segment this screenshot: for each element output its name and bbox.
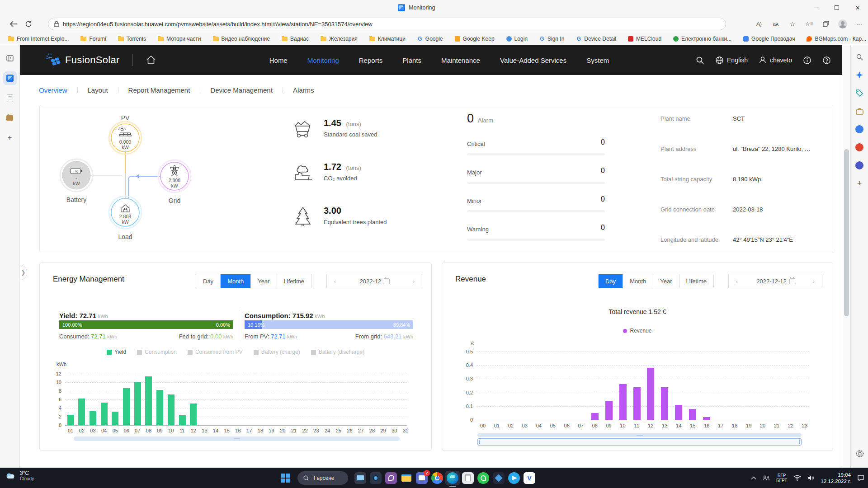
energy-tab-month[interactable]: Month (220, 274, 250, 288)
app-red-icon[interactable] (854, 142, 865, 153)
legend-yield[interactable]: Yield (107, 349, 126, 355)
fusionsolar-logo[interactable]: FusionSolar (45, 53, 120, 67)
info-icon[interactable] (803, 56, 811, 65)
bookmark-sign-in[interactable]: GSign In (539, 36, 564, 42)
legend-consumed-from-pv[interactable]: Consumed from PV (188, 349, 243, 355)
revenue-tab-month[interactable]: Month (623, 274, 653, 288)
maximize-button[interactable] (826, 0, 847, 15)
add-favorite-star-icon[interactable]: ☆ (788, 19, 797, 29)
nav-maintenance[interactable]: Maintenance (441, 56, 480, 64)
address-bar[interactable]: https://region04eu5.fusionsolar.huawei.c… (48, 18, 726, 30)
taskbar-app-camera[interactable] (368, 468, 383, 488)
taskbar-app-edge[interactable] (445, 468, 460, 488)
tray-chevron-icon[interactable] (751, 476, 756, 480)
bookmark-login[interactable]: Login (506, 36, 528, 42)
taskbar-app-chrome[interactable] (429, 468, 445, 488)
energy-chart-scrollbar[interactable] (74, 436, 400, 441)
bookmark-from-internet-explo[interactable]: From Internet Explo... (8, 36, 69, 42)
fusionsolar-tab-icon[interactable] (3, 71, 17, 85)
taskbar-app-screen-cast[interactable] (353, 468, 368, 488)
nav-value-added-services[interactable]: Value-Added Services (500, 56, 566, 64)
taskbar-app-v-app[interactable]: V (522, 468, 537, 488)
taskbar-app-notepad[interactable] (460, 468, 476, 488)
taskbar-app-file-explorer[interactable] (399, 468, 414, 488)
bookmark-електронно-банки[interactable]: Електронно банки... (673, 36, 731, 42)
taskbar-app-whatsapp[interactable] (476, 468, 491, 488)
taskbar-weather[interactable]: 3°C Cloudy (5, 470, 34, 481)
subnav-alarms[interactable]: Alarms (283, 86, 324, 94)
subnav-overview[interactable]: Overview (39, 86, 77, 94)
taskbar-app-photos[interactable] (491, 468, 506, 488)
volume-icon[interactable] (807, 475, 814, 481)
legend-battery-discharge[interactable]: Battery (discharge) (311, 349, 364, 355)
bookmark-torrents[interactable]: Torrents (118, 36, 146, 42)
tray-people-icon[interactable] (763, 475, 770, 481)
start-button[interactable] (278, 468, 293, 488)
document-tab-icon[interactable] (3, 91, 17, 105)
bookmark-google-преводач[interactable]: Google Преводач (743, 36, 795, 42)
revenue-date-picker[interactable]: ‹ 2022-12-12 › (728, 274, 822, 288)
minimize-button[interactable] (806, 0, 826, 15)
more-menu-icon[interactable]: ⋯ (854, 19, 864, 29)
taskbar-app-messages[interactable]: 2 (414, 468, 429, 488)
revenue-tab-year[interactable]: Year (653, 274, 679, 288)
bookmark-климатици[interactable]: Климатици (369, 36, 406, 42)
revenue-tab-day[interactable]: Day (599, 274, 623, 288)
subnav-device-management[interactable]: Device Management (200, 86, 283, 94)
nav-home[interactable]: Home (269, 56, 288, 64)
revenue-tab-lifetime[interactable]: Lifetime (679, 274, 714, 288)
bookmark-видео-наблюдение[interactable]: Видео наблюдение (213, 36, 270, 42)
copilot-icon[interactable] (854, 70, 865, 80)
home-icon[interactable] (146, 55, 156, 65)
revenue-chart-brush[interactable] (477, 438, 802, 446)
briefcase-tab-icon[interactable] (3, 111, 17, 125)
translate-icon[interactable]: аA (771, 19, 781, 29)
energy-tab-day[interactable]: Day (196, 274, 220, 288)
taskbar-app-viber[interactable] (383, 468, 399, 488)
nav-reports[interactable]: Reports (359, 56, 383, 64)
sidebar-search-icon[interactable] (854, 52, 865, 62)
clock[interactable]: 19:04 12.12.2022 г. (821, 472, 851, 484)
language-selector[interactable]: English (715, 56, 748, 65)
language-indicator[interactable]: БГР БГРТ (776, 473, 787, 483)
legend-consumption[interactable]: Consumption (137, 349, 177, 355)
notification-icon[interactable] (857, 474, 864, 481)
revenue-chart-scrollbar[interactable] (477, 433, 802, 437)
tab-list-icon[interactable] (3, 52, 17, 65)
panel-expander[interactable]: ❯ (20, 265, 27, 280)
nav-system[interactable]: System (586, 56, 609, 64)
app-blue-icon[interactable] (854, 124, 865, 135)
close-button[interactable]: ✕ (847, 0, 868, 15)
legend-revenue[interactable]: Revenue (623, 328, 651, 334)
favorites-list-icon[interactable]: ☆≡ (804, 19, 814, 29)
bookmark-железария[interactable]: Железария (321, 36, 358, 42)
add-plus-icon[interactable]: + (854, 178, 865, 189)
taskbar-search[interactable]: Търсене (297, 471, 348, 485)
sidebar-settings-gear-icon[interactable] (851, 450, 868, 458)
bookmark-device-detail[interactable]: GDevice Detail (576, 36, 616, 42)
wifi-icon[interactable] (793, 475, 801, 481)
next-icon[interactable]: › (410, 278, 417, 285)
new-tab-plus-icon[interactable]: + (3, 131, 17, 145)
subnav-layout[interactable]: Layout (78, 86, 118, 94)
collections-icon[interactable] (821, 19, 831, 29)
nav-monitoring[interactable]: Monitoring (307, 56, 339, 64)
bookmark-мотори-части[interactable]: Мотори части (158, 36, 201, 42)
energy-date-picker[interactable]: ‹ 2022-12 › (326, 274, 422, 288)
browser-tab-monitoring[interactable]: Monitoring (398, 0, 435, 15)
bookmark-google[interactable]: GGoogle (417, 36, 443, 42)
bookmark-forumi[interactable]: Forumi (80, 36, 106, 42)
scrollbar-thumb[interactable] (844, 149, 849, 316)
nav-plants[interactable]: Plants (402, 56, 421, 64)
app-indigo-icon[interactable] (854, 160, 865, 171)
help-icon[interactable] (822, 56, 831, 65)
bookmark-google-keep[interactable]: Google Keep (455, 36, 495, 42)
bookmark-вадиас[interactable]: Вадиас (282, 36, 309, 42)
shopping-tag-icon[interactable] (854, 88, 865, 99)
back-button[interactable] (5, 17, 21, 31)
energy-tab-year[interactable]: Year (250, 274, 276, 288)
next-icon[interactable]: › (810, 278, 817, 285)
bookmark-bgmaps-com-кар[interactable]: BGMaps.com - Кар... (807, 36, 866, 42)
prev-icon[interactable]: ‹ (331, 278, 339, 285)
subnav-report-management[interactable]: Report Management (118, 86, 200, 94)
